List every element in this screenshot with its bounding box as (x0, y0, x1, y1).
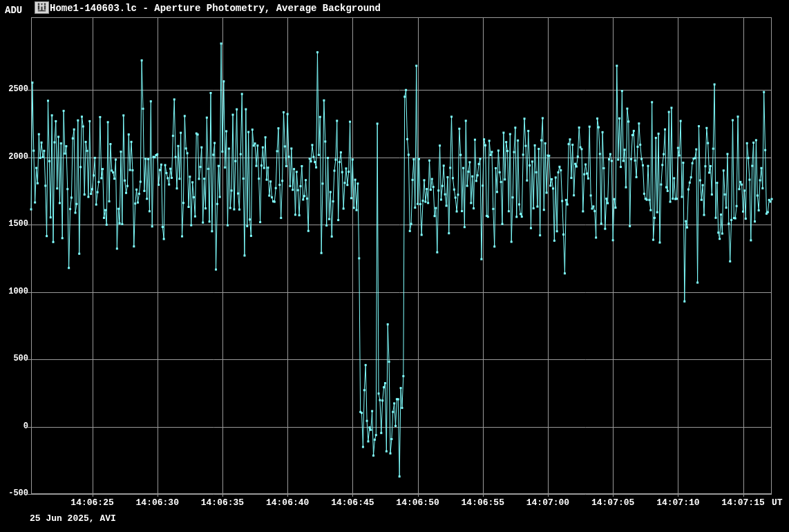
light-curve-plot-canvas[interactable] (0, 0, 789, 532)
x-tick-label: 14:06:25 (70, 498, 113, 508)
x-axis-unit-label: UT (772, 498, 783, 508)
y-tick-label: 2000 (0, 153, 28, 162)
y-tick-label: 1000 (0, 287, 28, 296)
window-title: Home1-140603.lc - Aperture Photometry, A… (50, 3, 381, 14)
y-tick-label: 0 (0, 422, 28, 431)
x-tick-label: 14:07:10 (656, 498, 699, 508)
y-tick-label: 2500 (0, 85, 28, 94)
app-icon (35, 1, 49, 17)
y-tick-label: 500 (0, 354, 28, 363)
x-tick-label: 14:06:45 (331, 498, 374, 508)
x-tick-label: 14:06:55 (462, 498, 504, 508)
y-tick-label: -500 (0, 489, 28, 498)
date-source-label: 25 Jun 2025, AVI (30, 514, 116, 524)
x-tick-label: 14:06:30 (136, 498, 179, 508)
x-tick-label: 14:06:35 (201, 498, 244, 508)
y-axis-unit-label: ADU (5, 6, 22, 16)
x-tick-label: 14:06:40 (266, 498, 309, 508)
x-tick-label: 14:07:05 (591, 498, 634, 508)
x-tick-label: 14:06:50 (396, 498, 439, 508)
x-tick-label: 14:07:15 (721, 498, 764, 508)
x-tick-label: 14:07:00 (526, 498, 569, 508)
y-tick-label: 1500 (0, 220, 28, 229)
light-curve-window: ADU Home1-140603.lc - Aperture Photometr… (0, 0, 789, 532)
